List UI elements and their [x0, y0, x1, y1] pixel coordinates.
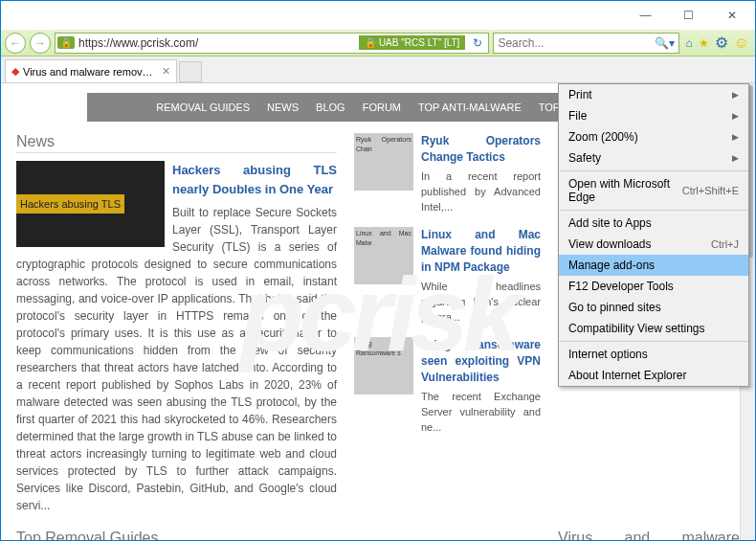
url-field[interactable]: 🔒 🔒 UAB "RCS LT" [LT] ↻ — [55, 33, 489, 54]
menu-file[interactable]: File▶ — [559, 105, 748, 126]
tab-close-icon[interactable]: ✕ — [162, 65, 170, 78]
menu-about-ie[interactable]: About Internet Explorer — [559, 365, 748, 386]
new-tab-button[interactable] — [179, 61, 202, 82]
side-article: Linux and Mac Malw Linux and Mac Malware… — [354, 227, 541, 326]
browser-tab[interactable]: ◆ Virus and malware removal i... ✕ — [5, 59, 177, 82]
window-maximize[interactable]: ☐ — [667, 2, 710, 29]
menu-manage-addons[interactable]: Manage add-ons — [559, 255, 748, 276]
tools-gear-icon[interactable]: ⚙ — [715, 34, 728, 52]
menu-f12[interactable]: F12 Developer Tools — [559, 276, 748, 297]
refresh-button[interactable]: ↻ — [469, 36, 486, 50]
tab-favicon: ◆ — [11, 65, 19, 78]
nav-item[interactable]: REMOVAL GUIDES — [156, 101, 250, 113]
column-middle: Ryuk Operators Chan Ryuk Operators Chang… — [354, 133, 541, 514]
side-article-thumb[interactable]: Ryuk Operators Chan — [354, 133, 413, 191]
side-article: Cring Ransomware s Cring Ransomware seen… — [354, 337, 541, 436]
shortcut-text: Ctrl+J — [711, 238, 739, 250]
nav-back-button[interactable]: ← — [5, 33, 26, 54]
url-input[interactable] — [78, 36, 355, 50]
tab-title: Virus and malware removal i... — [23, 66, 158, 78]
window-close[interactable]: ✕ — [710, 2, 753, 29]
chevron-right-icon: ▶ — [732, 132, 739, 142]
tools-menu: Print▶ File▶ Zoom (200%)▶ Safety▶ Open w… — [558, 83, 749, 387]
nav-item[interactable]: FORUM — [363, 101, 401, 113]
home-icon[interactable]: ⌂ — [685, 36, 692, 50]
nav-item[interactable]: NEWS — [267, 101, 299, 113]
side-article-thumb[interactable]: Linux and Mac Malw — [354, 227, 413, 284]
address-bar-row: ← → 🔒 🔒 UAB "RCS LT" [LT] ↻ 🔍▾ ⌂ ★ ⚙ ☺ — [1, 30, 755, 56]
menu-view-downloads[interactable]: View downloadsCtrl+J — [559, 234, 748, 255]
side-article-body: In a recent report published by Advanced… — [421, 169, 541, 215]
menu-print[interactable]: Print▶ — [559, 84, 748, 105]
menu-zoom[interactable]: Zoom (200%)▶ — [559, 126, 748, 147]
main-article: Hackers abusing TLS Hackers abusing TLS … — [16, 161, 337, 514]
ssl-cert-text: UAB "RCS LT" [LT] — [379, 37, 460, 48]
section-title-guides: Top Removal Guides — [16, 530, 337, 541]
bottom-row: Top Removal Guides Chrome "Managed By Yo… — [1, 526, 755, 541]
side-article-thumb[interactable]: Cring Ransomware s — [354, 337, 413, 394]
nav-item[interactable]: TOP ANTI-MALWARE — [418, 101, 522, 113]
side-article-body: While headlines regarding Iran's nuclear… — [421, 280, 541, 326]
feedback-smile-icon[interactable]: ☺ — [734, 34, 749, 52]
chevron-right-icon: ▶ — [732, 153, 739, 163]
thumb-label: Hackers abusing TLS — [16, 194, 124, 214]
shortcut-text: Ctrl+Shift+E — [682, 185, 739, 196]
section-title-vmr: Virus and malware removal — [558, 530, 740, 541]
menu-open-edge[interactable]: Open with Microsoft EdgeCtrl+Shift+E — [559, 173, 748, 208]
main-article-thumb[interactable]: Hackers abusing TLS — [16, 161, 165, 247]
menu-compat-view[interactable]: Compatibility View settings — [559, 318, 748, 339]
lock-icon: 🔒 — [57, 36, 75, 49]
search-input[interactable] — [498, 36, 655, 50]
chevron-right-icon: ▶ — [732, 90, 739, 100]
menu-pinned-sites[interactable]: Go to pinned sites — [559, 297, 748, 318]
side-article: Ryuk Operators Chan Ryuk Operators Chang… — [354, 133, 541, 215]
section-title-news: News — [16, 133, 337, 153]
side-article-title[interactable]: Linux and Mac Malware found hiding in NP… — [421, 227, 541, 277]
window-titlebar: — ☐ ✕ — [1, 1, 755, 30]
menu-safety[interactable]: Safety▶ — [559, 147, 748, 169]
chevron-right-icon: ▶ — [732, 111, 739, 121]
tabs-bar: ◆ Virus and malware removal i... ✕ — [1, 56, 755, 83]
side-article-title[interactable]: Cring Ransomware seen exploiting VPN Vul… — [421, 337, 541, 387]
search-icon[interactable]: 🔍▾ — [655, 36, 675, 50]
page-viewport: pcrisk REMOVAL GUIDES NEWS BLOG FORUM TO… — [1, 83, 755, 541]
side-article-body: The recent Exchange Server vulnerability… — [421, 390, 541, 436]
ssl-cert-badge[interactable]: 🔒 UAB "RCS LT" [LT] — [359, 35, 465, 50]
side-article-title[interactable]: Ryuk Operators Change Tactics — [421, 133, 541, 167]
nav-forward-button[interactable]: → — [30, 33, 51, 54]
menu-internet-options[interactable]: Internet options — [559, 344, 748, 365]
nav-item[interactable]: BLOG — [316, 101, 345, 113]
menu-add-site[interactable]: Add site to Apps — [559, 213, 748, 234]
column-left: News Hackers abusing TLS Hackers abusing… — [16, 133, 337, 514]
search-field[interactable]: 🔍▾ — [493, 33, 679, 54]
window-minimize[interactable]: — — [624, 2, 667, 29]
favorites-icon[interactable]: ★ — [699, 36, 709, 50]
main-article-body: Built to replace Secure Sockets Layer (S… — [16, 206, 337, 512]
